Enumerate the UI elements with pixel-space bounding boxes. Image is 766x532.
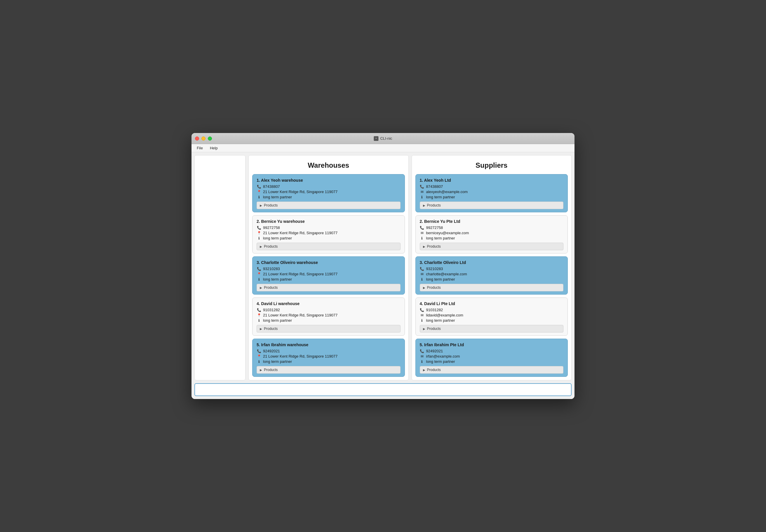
- warehouse-note-row: ℹ long term partner: [257, 359, 400, 364]
- supplier-phone: 87438807: [426, 184, 443, 189]
- supplier-products-btn[interactable]: ▶ Products: [420, 243, 564, 250]
- warehouse-card-title: 2. Bernice Yu warehouse: [257, 219, 400, 224]
- warehouse-products-btn[interactable]: ▶ Products: [257, 325, 400, 333]
- phone-icon: 📞: [420, 349, 424, 353]
- warehouse-phone: 91031282: [263, 308, 280, 312]
- supplier-phone-row: 📞 92492021: [420, 349, 564, 353]
- warehouses-scroll[interactable]: 1. Alex Yeoh warehouse 📞 87438807 📍 21 L…: [249, 174, 408, 380]
- main-content: Warehouses 1. Alex Yeoh warehouse 📞 8743…: [192, 152, 574, 399]
- terminal-icon: ⌨: [374, 136, 378, 141]
- warehouse-address-row: 📍 21 Lower Kent Ridge Rd, Singapore 1190…: [257, 190, 400, 194]
- supplier-email: irfan@example.com: [426, 354, 460, 358]
- phone-icon: 📞: [420, 308, 424, 312]
- command-input[interactable]: [198, 387, 568, 392]
- warehouse-card-2[interactable]: 2. Bernice Yu warehouse 📞 99272758 📍 21 …: [252, 215, 405, 253]
- phone-icon: 📞: [257, 308, 261, 312]
- products-label: Products: [264, 203, 278, 207]
- phone-icon: 📞: [257, 185, 261, 189]
- suppliers-scroll[interactable]: 1. Alex Yeoh Ltd 📞 87438807 ✉ alexyeoh@e…: [412, 174, 571, 380]
- info-icon: ℹ: [420, 195, 424, 199]
- warehouse-address: 21 Lower Kent Ridge Rd, Singapore 119077: [263, 190, 338, 194]
- supplier-products-btn[interactable]: ▶ Products: [420, 366, 564, 374]
- products-label: Products: [427, 327, 441, 331]
- minimize-button[interactable]: [202, 137, 206, 141]
- warehouse-products-btn[interactable]: ▶ Products: [257, 243, 400, 250]
- products-label: Products: [264, 327, 278, 331]
- supplier-phone: 93210283: [426, 267, 443, 271]
- warehouse-products-btn[interactable]: ▶ Products: [257, 284, 400, 291]
- location-icon: 📍: [257, 272, 261, 276]
- supplier-products-btn[interactable]: ▶ Products: [420, 325, 564, 333]
- warehouse-address-row: 📍 21 Lower Kent Ridge Rd, Singapore 1190…: [257, 354, 400, 358]
- products-label: Products: [264, 286, 278, 290]
- info-icon: ℹ: [257, 195, 261, 199]
- supplier-note-row: ℹ long term partner: [420, 277, 564, 281]
- warehouse-card-1[interactable]: 1. Alex Yeoh warehouse 📞 87438807 📍 21 L…: [252, 174, 405, 212]
- info-icon: ℹ: [257, 360, 261, 364]
- warehouse-card-title: 3. Charlotte Oliveiro warehouse: [257, 260, 400, 265]
- supplier-email-row: ✉ charlotte@example.com: [420, 272, 564, 276]
- email-icon: ✉: [420, 272, 424, 276]
- supplier-card-1[interactable]: 1. Alex Yeoh Ltd 📞 87438807 ✉ alexyeoh@e…: [415, 174, 568, 212]
- products-label: Products: [427, 244, 441, 249]
- warehouse-address-row: 📍 21 Lower Kent Ridge Rd, Singapore 1190…: [257, 272, 400, 276]
- warehouse-phone-row: 📞 99272758: [257, 225, 400, 230]
- supplier-products-btn[interactable]: ▶ Products: [420, 202, 564, 209]
- warehouse-note-row: ℹ long term partner: [257, 318, 400, 323]
- warehouse-phone: 92492021: [263, 349, 280, 353]
- traffic-lights: [195, 137, 212, 141]
- email-icon: ✉: [420, 354, 424, 358]
- menu-file[interactable]: File: [194, 145, 206, 151]
- warehouse-card-3[interactable]: 3. Charlotte Oliveiro warehouse 📞 932102…: [252, 256, 405, 295]
- warehouse-address-row: 📍 21 Lower Kent Ridge Rd, Singapore 1190…: [257, 313, 400, 317]
- supplier-card-title: 3. Charlotte Oliveiro Ltd: [420, 260, 564, 265]
- app-title: CLI-nic: [380, 136, 392, 141]
- arrow-icon: ▶: [423, 204, 425, 207]
- arrow-icon: ▶: [423, 286, 425, 289]
- sidebar: [195, 155, 246, 380]
- supplier-phone-row: 📞 87438807: [420, 184, 564, 189]
- email-icon: ✉: [420, 313, 424, 317]
- warehouse-note: long term partner: [263, 277, 292, 281]
- location-icon: 📍: [257, 231, 261, 235]
- products-label: Products: [264, 368, 278, 372]
- warehouse-products-btn[interactable]: ▶ Products: [257, 202, 400, 209]
- phone-icon: 📞: [420, 267, 424, 271]
- supplier-phone-row: 📞 93210283: [420, 267, 564, 271]
- warehouse-note: long term partner: [263, 236, 292, 240]
- supplier-note-row: ℹ long term partner: [420, 318, 564, 323]
- supplier-phone: 91031282: [426, 308, 443, 312]
- phone-icon: 📞: [257, 226, 261, 230]
- menu-help[interactable]: Help: [207, 145, 221, 151]
- supplier-card-title: 2. Bernice Yu Pte Ltd: [420, 219, 564, 224]
- phone-icon: 📞: [257, 267, 261, 271]
- supplier-products-btn[interactable]: ▶ Products: [420, 284, 564, 291]
- supplier-email: alexyeoh@example.com: [426, 190, 468, 194]
- suppliers-title: Suppliers: [412, 155, 571, 174]
- phone-icon: 📞: [420, 185, 424, 189]
- products-label: Products: [427, 368, 441, 372]
- supplier-note: long term partner: [426, 195, 455, 199]
- supplier-card-4[interactable]: 4. David Li Pte Ltd 📞 91031282 ✉ lidavid…: [415, 297, 568, 336]
- arrow-icon: ▶: [260, 327, 262, 330]
- close-button[interactable]: [195, 137, 199, 141]
- warehouses-panel: Warehouses 1. Alex Yeoh warehouse 📞 8743…: [249, 155, 409, 380]
- warehouse-note: long term partner: [263, 359, 292, 364]
- warehouse-card-5[interactable]: 5. Irfan Ibrahim warehouse 📞 92492021 📍 …: [252, 339, 405, 377]
- titlebar: ⌨ CLI-nic: [192, 133, 574, 144]
- arrow-icon: ▶: [260, 245, 262, 248]
- supplier-card-5[interactable]: 5. Irfan Ibrahim Pte Ltd 📞 92492021 ✉ ir…: [415, 339, 568, 377]
- supplier-card-2[interactable]: 2. Bernice Yu Pte Ltd 📞 99272758 ✉ berni…: [415, 215, 568, 253]
- supplier-note: long term partner: [426, 277, 455, 281]
- products-label: Products: [427, 203, 441, 207]
- supplier-phone-row: 📞 91031282: [420, 308, 564, 312]
- menubar: File Help: [192, 144, 574, 152]
- warehouse-products-btn[interactable]: ▶ Products: [257, 366, 400, 374]
- supplier-card-3[interactable]: 3. Charlotte Oliveiro Ltd 📞 93210283 ✉ c…: [415, 256, 568, 295]
- warehouse-note-row: ℹ long term partner: [257, 277, 400, 281]
- warehouse-phone-row: 📞 92492021: [257, 349, 400, 353]
- arrow-icon: ▶: [260, 368, 262, 372]
- maximize-button[interactable]: [208, 137, 212, 141]
- warehouse-card-4[interactable]: 4. David Li warehouse 📞 91031282 📍 21 Lo…: [252, 297, 405, 336]
- phone-icon: 📞: [257, 349, 261, 353]
